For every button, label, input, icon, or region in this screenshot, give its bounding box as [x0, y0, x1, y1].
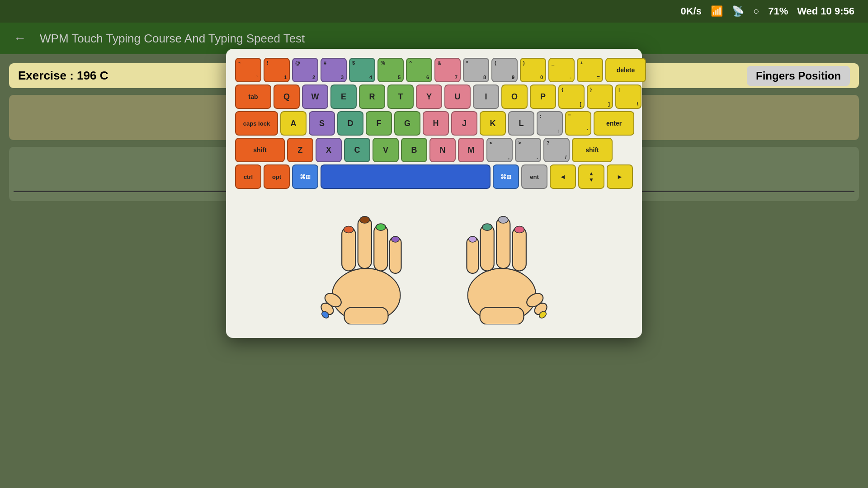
key-c[interactable]: C — [344, 138, 370, 162]
signal-icon: 📡 — [732, 5, 744, 17]
key-9[interactable]: (9 — [491, 58, 518, 82]
key-v[interactable]: V — [373, 138, 399, 162]
svg-point-11 — [392, 236, 399, 242]
key-row-bottom: ctrl opt ⌘⊞ ⌘⊞ ent ◄ ▲▼ ► — [235, 164, 633, 189]
key-g[interactable]: G — [394, 111, 420, 136]
key-bracket-close[interactable]: }] — [587, 84, 613, 109]
key-o[interactable]: O — [501, 84, 528, 109]
key-capslock[interactable]: caps lock — [235, 111, 278, 136]
datetime: Wed 10 9:56 — [797, 5, 854, 17]
key-period[interactable]: >. — [515, 138, 541, 162]
key-tab[interactable]: tab — [235, 84, 271, 109]
key-equals[interactable]: += — [577, 58, 603, 82]
key-left-arrow[interactable]: ◄ — [550, 164, 576, 189]
key-shift-left[interactable]: shift — [235, 138, 285, 162]
svg-point-9 — [376, 224, 386, 230]
key-t[interactable]: T — [387, 84, 414, 109]
key-bracket-open[interactable]: {[ — [558, 84, 585, 109]
key-row-zxcv: shift Z X C V B N M <, >. ?/ shift — [235, 138, 633, 162]
key-shift-right[interactable]: shift — [572, 138, 613, 162]
key-2[interactable]: @2 — [292, 58, 318, 82]
key-backslash[interactable]: |\ — [615, 84, 642, 109]
key-m[interactable]: M — [458, 138, 484, 162]
left-hand — [312, 198, 420, 324]
key-tilde[interactable]: ~` — [235, 58, 261, 82]
svg-point-24 — [469, 236, 476, 242]
status-bar: 0K/s 📶 📡 ○ 71% Wed 10 9:56 — [0, 0, 868, 23]
key-b[interactable]: B — [401, 138, 427, 162]
key-y[interactable]: Y — [416, 84, 442, 109]
key-r[interactable]: R — [359, 84, 385, 109]
key-x[interactable]: X — [316, 138, 342, 162]
key-k[interactable]: K — [480, 111, 506, 136]
key-u[interactable]: U — [444, 84, 471, 109]
key-5[interactable]: %5 — [377, 58, 404, 82]
key-slash[interactable]: ?/ — [543, 138, 570, 162]
key-p[interactable]: P — [530, 84, 556, 109]
svg-point-18 — [514, 226, 524, 233]
key-opt[interactable]: opt — [264, 164, 290, 189]
key-7[interactable]: &7 — [434, 58, 461, 82]
key-row-qwerty: tab Q W E R T Y U I O P {[ }] |\ — [235, 84, 633, 109]
hands-diagram — [235, 189, 633, 329]
key-3[interactable]: #3 — [321, 58, 347, 82]
keyboard-modal: ~` !1 @2 #3 $4 %5 ^6 &7 — [226, 49, 642, 338]
exercise-text: Exercise : 196 C — [18, 69, 108, 83]
svg-rect-17 — [513, 227, 526, 271]
svg-rect-6 — [358, 217, 372, 268]
key-enter[interactable]: enter — [594, 111, 634, 136]
key-ctrl[interactable]: ctrl — [235, 164, 261, 189]
svg-point-22 — [482, 224, 492, 230]
network-speed: 0K/s — [680, 5, 701, 17]
key-quote[interactable]: "' — [565, 111, 591, 136]
key-l[interactable]: L — [508, 111, 534, 136]
key-d[interactable]: D — [337, 111, 363, 136]
svg-point-5 — [344, 226, 354, 233]
key-cmd-left[interactable]: ⌘⊞ — [292, 164, 318, 189]
app-title: WPM Touch Typing Course And Typing Speed… — [40, 32, 305, 46]
key-right-arrow[interactable]: ► — [607, 164, 633, 189]
key-row-asdf: caps lock A S D F G H J K L :; "' enter — [235, 111, 633, 136]
key-j[interactable]: J — [451, 111, 477, 136]
key-w[interactable]: W — [302, 84, 328, 109]
svg-point-7 — [360, 216, 370, 223]
key-s[interactable]: S — [309, 111, 335, 136]
key-z[interactable]: Z — [287, 138, 313, 162]
key-q[interactable]: Q — [274, 84, 300, 109]
right-hand — [448, 198, 556, 324]
svg-rect-19 — [496, 217, 510, 268]
key-f[interactable]: F — [366, 111, 392, 136]
svg-rect-25 — [480, 307, 524, 324]
fingers-position-button[interactable]: Fingers Position — [747, 66, 850, 86]
key-8[interactable]: *8 — [463, 58, 489, 82]
key-4[interactable]: $4 — [349, 58, 375, 82]
key-cmd-right[interactable]: ⌘⊞ — [493, 164, 519, 189]
svg-rect-8 — [374, 225, 387, 271]
key-n[interactable]: N — [429, 138, 456, 162]
key-space[interactable] — [321, 164, 491, 189]
keyboard: ~` !1 @2 #3 $4 %5 ^6 &7 — [235, 58, 633, 189]
svg-rect-12 — [344, 307, 388, 324]
svg-point-20 — [498, 216, 508, 223]
key-a[interactable]: A — [280, 111, 307, 136]
key-1[interactable]: !1 — [264, 58, 290, 82]
key-row-numbers: ~` !1 @2 #3 $4 %5 ^6 &7 — [235, 58, 633, 82]
key-delete[interactable]: delete — [605, 58, 646, 82]
key-up-down-arrow[interactable]: ▲▼ — [578, 164, 604, 189]
wifi-icon: 📶 — [711, 5, 723, 17]
key-semicolon[interactable]: :; — [537, 111, 563, 136]
key-h[interactable]: H — [423, 111, 449, 136]
key-6[interactable]: ^6 — [406, 58, 432, 82]
battery-level: 71% — [768, 5, 788, 17]
key-ent[interactable]: ent — [521, 164, 547, 189]
key-minus[interactable]: _- — [548, 58, 575, 82]
back-button[interactable]: ← — [14, 31, 26, 46]
svg-rect-21 — [481, 225, 494, 271]
key-e[interactable]: E — [330, 84, 357, 109]
svg-rect-4 — [342, 227, 355, 271]
key-0[interactable]: )0 — [520, 58, 546, 82]
key-comma[interactable]: <, — [486, 138, 513, 162]
key-i[interactable]: I — [473, 84, 499, 109]
battery-icon: ○ — [753, 5, 759, 17]
